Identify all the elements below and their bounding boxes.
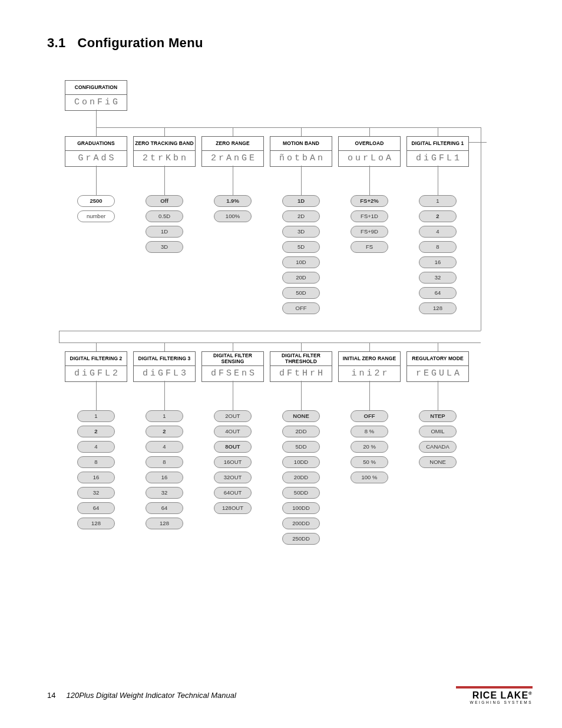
page-number: 14 (47, 691, 55, 700)
section-number: 3.1 (47, 35, 65, 50)
option-pill: OMIL (419, 426, 457, 437)
option-pill: 0.5D (146, 210, 183, 222)
menu-box-segment: ñotbAn (270, 151, 332, 166)
menu-box: ZERO RANGE2rAnGE (201, 136, 264, 167)
option-pill: 50D (282, 287, 320, 299)
option-pill: number (77, 210, 115, 222)
option-pill: 4 (146, 441, 183, 453)
option-pill: 16 (77, 472, 115, 483)
menu-box-segment: diGFL2 (65, 366, 127, 381)
menu-box-label: GRADUATIONS (65, 137, 127, 151)
brand-name: RICE LAKE® (456, 690, 533, 701)
option-pill: 64 (146, 502, 183, 514)
option-pill: 1 (419, 195, 457, 207)
menu-box-label: DIGITAL FILTERING 3 (134, 352, 195, 366)
menu-box: DIGITAL FILTER SENSINGdFSEnS (201, 351, 264, 382)
option-pill: 4OUT (214, 426, 252, 437)
option-pill: 10DD (282, 456, 320, 468)
option-pill: 3D (146, 241, 183, 253)
option-pill: 8 (77, 456, 115, 468)
option-pill: 1.9% (214, 195, 252, 207)
menu-box: DIGITAL FILTER THRESHOLDdFtHrH (270, 351, 332, 382)
section-heading: 3.1Configuration Menu (47, 35, 533, 51)
option-pill: 2 (419, 210, 457, 222)
menu-box-segment: ConFiG (65, 95, 127, 110)
option-pill: Off (146, 195, 183, 207)
option-pill: 1 (146, 410, 183, 422)
menu-box-segment: dFSEnS (202, 366, 263, 381)
option-pill: 100% (214, 210, 252, 222)
option-pill: 8OUT (214, 441, 252, 453)
option-pill: 32 (77, 487, 115, 499)
menu-box-segment: 2trKbn (134, 151, 195, 166)
option-pill: 32 (419, 272, 457, 284)
menu-box: ZERO TRACKING BAND2trKbn (133, 136, 196, 167)
option-pill: NONE (282, 410, 320, 422)
option-pill: 20DD (282, 472, 320, 483)
menu-box-label: DIGITAL FILTERING 1 (407, 137, 468, 151)
menu-box-label: MOTION BAND (270, 137, 332, 151)
option-pill: 64 (419, 287, 457, 299)
option-pill: 4 (77, 441, 115, 453)
menu-box: INITIAL ZERO RANGEini2r (338, 351, 401, 382)
option-pill: 32 (146, 487, 183, 499)
menu-box-segment: 2rAnGE (202, 151, 263, 166)
option-pill: 1 (77, 410, 115, 422)
option-pill: 100DD (282, 502, 320, 514)
section-title: Configuration Menu (77, 35, 203, 50)
menu-box-label: INITIAL ZERO RANGE (339, 352, 400, 366)
menu-box-segment: dFtHrH (270, 366, 332, 381)
menu-box-label: OVERLOAD (339, 137, 400, 151)
option-pill: 8 (146, 456, 183, 468)
option-pill: 16OUT (214, 456, 252, 468)
option-pill: 2 (146, 426, 183, 437)
option-pill: 2OUT (214, 410, 252, 422)
option-pill: 128 (77, 518, 115, 529)
menu-box: DIGITAL FILTERING 1diGFL1 (406, 136, 469, 167)
menu-box-segment: rEGULA (407, 366, 468, 381)
menu-box-label: ZERO RANGE (202, 137, 263, 151)
option-pill: 100 % (351, 472, 388, 483)
menu-box-label: CONFIGURATION (65, 81, 127, 95)
menu-box: DIGITAL FILTERING 2diGFL2 (65, 351, 127, 382)
option-pill: 8 % (351, 426, 388, 437)
option-pill: 20 % (351, 441, 388, 453)
menu-box-segment: ini2r (339, 366, 400, 381)
menu-box: GRADUATIONSGrAdS (65, 136, 127, 167)
option-pill: FS (351, 241, 388, 253)
menu-box-label: REGULATORY MODE (407, 352, 468, 366)
option-pill: 1D (282, 195, 320, 207)
option-pill: 2 (77, 426, 115, 437)
menu-box-label: DIGITAL FILTER THRESHOLD (270, 352, 332, 366)
menu-box-segment: GrAdS (65, 151, 127, 166)
option-pill: FS+1D (351, 210, 388, 222)
option-pill: OFF (282, 302, 320, 314)
option-pill: 16 (419, 256, 457, 268)
menu-box-label: DIGITAL FILTERING 2 (65, 352, 127, 366)
menu-box: DIGITAL FILTERING 3diGFL3 (133, 351, 196, 382)
brand-tagline: WEIGHING SYSTEMS (456, 700, 533, 704)
option-pill: 250DD (282, 533, 320, 545)
option-pill: 128OUT (214, 502, 252, 514)
option-pill: OFF (351, 410, 388, 422)
option-pill: 50 % (351, 456, 388, 468)
option-pill: 128 (146, 518, 183, 529)
option-pill: 3D (282, 226, 320, 238)
option-pill: NONE (419, 456, 457, 468)
option-pill: 5D (282, 241, 320, 253)
option-pill: 4 (419, 226, 457, 238)
option-pill: 50DD (282, 487, 320, 499)
page-footer: 14 120Plus Digital Weight Indicator Tech… (47, 686, 533, 704)
menu-box: MOTION BANDñotbAn (270, 136, 332, 167)
menu-box-segment: ourLoA (339, 151, 400, 166)
option-pill: 64OUT (214, 487, 252, 499)
option-pill: 20D (282, 272, 320, 284)
option-pill: NTEP (419, 410, 457, 422)
option-pill: 200DD (282, 518, 320, 529)
option-pill: 2500 (77, 195, 115, 207)
option-pill: 1D (146, 226, 183, 238)
menu-box-segment: diGFL1 (407, 151, 468, 166)
option-pill: 16 (146, 472, 183, 483)
menu-box: OVERLOADourLoA (338, 136, 401, 167)
option-pill: CANADA (419, 441, 457, 453)
